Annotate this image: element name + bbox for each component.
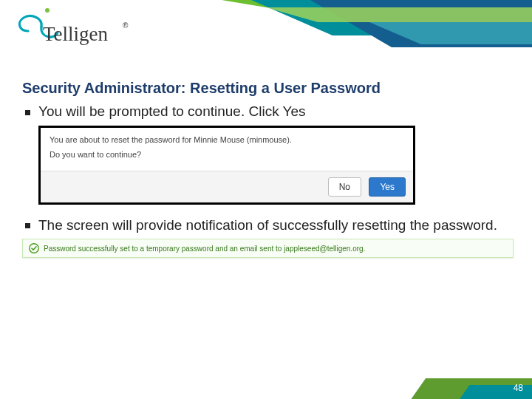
telligen-logo: Telligen ® [13,6,139,54]
dialog-question: Do you want to continue? [41,147,413,171]
dialog-footer: No Yes [41,171,413,202]
bullet-text: You will be prompted to continue. Click … [38,103,306,119]
logo-text: Telligen [43,23,109,45]
svg-text:®: ® [123,21,129,30]
page-number: 48 [514,383,523,393]
notification-text: Password successfully set to a temporary… [44,245,365,253]
slide-title: Security Administrator: Resetting a User… [22,80,514,97]
confirm-dialog: You are about to reset the password for … [38,126,415,205]
success-notification: Password successfully set to a temporary… [22,239,514,258]
no-button[interactable]: No [328,177,361,197]
header-banner [222,0,532,59]
svg-point-5 [45,8,50,13]
bullet-item: The screen will provide notification of … [22,216,514,235]
dialog-message: You are about to reset the password for … [41,128,413,147]
check-circle-icon [29,243,39,253]
slide-footer: 48 [0,377,532,399]
bullet-text: The screen will provide notification of … [38,217,497,233]
yes-button[interactable]: Yes [369,177,406,197]
bullet-item: You will be prompted to continue. Click … [22,103,514,121]
